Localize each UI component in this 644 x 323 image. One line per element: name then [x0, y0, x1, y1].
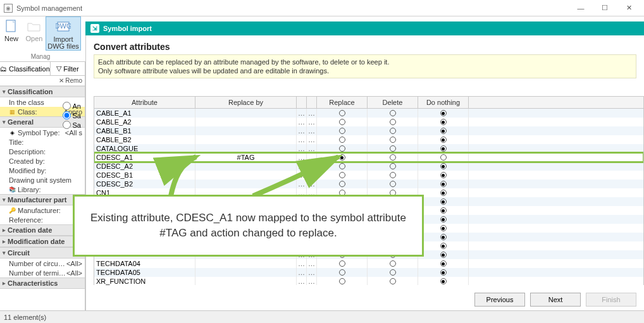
col-nothing-cell[interactable]: [418, 180, 469, 188]
num-terminals-row[interactable]: Number of terminals:<All>: [0, 268, 85, 277]
replace-by-cell[interactable]: [195, 135, 297, 144]
radio-button[interactable]: [339, 137, 345, 143]
replace-by-cell[interactable]: [195, 259, 297, 268]
header-attribute[interactable]: Attribute: [94, 97, 195, 108]
radio-an[interactable]: An: [63, 101, 81, 111]
col-delete-cell[interactable]: [368, 277, 418, 285]
reference-row[interactable]: Reference:: [0, 215, 85, 224]
maximize-button[interactable]: ☐: [593, 2, 616, 15]
radio-button[interactable]: [440, 234, 447, 240]
col-nothing-cell[interactable]: [418, 277, 469, 285]
radio-button[interactable]: [390, 128, 396, 134]
table-row[interactable]: TECHDATA04……: [94, 259, 643, 268]
replace-by-cell[interactable]: [195, 268, 297, 277]
panel-classification[interactable]: ▾Classification: [0, 86, 85, 97]
picker-button[interactable]: …: [307, 118, 317, 126]
radio-button[interactable]: [390, 137, 396, 143]
next-button[interactable]: Next: [530, 293, 581, 307]
radio-button[interactable]: [440, 154, 447, 161]
radio-button[interactable]: [440, 110, 447, 116]
panel-modification-date[interactable]: ▸Modification date: [0, 236, 85, 247]
col-replace-cell[interactable]: [317, 135, 368, 144]
radio-button[interactable]: [339, 260, 345, 267]
radio-button[interactable]: [390, 110, 396, 116]
panel-creation-date[interactable]: ▸Creation date: [0, 224, 85, 236]
table-row[interactable]: TECHDATA05……: [94, 268, 643, 277]
col-delete-cell[interactable]: [368, 135, 418, 144]
radio-button[interactable]: [440, 137, 447, 143]
col-nothing-cell[interactable]: [418, 206, 469, 215]
header-replace[interactable]: Replace: [317, 97, 368, 108]
radio-button[interactable]: [339, 145, 345, 152]
col-nothing-cell[interactable]: [418, 188, 469, 197]
col-replace-cell[interactable]: [317, 277, 368, 285]
radio-button[interactable]: [440, 172, 447, 178]
col-delete-cell[interactable]: [368, 109, 418, 118]
radio-button[interactable]: [339, 128, 345, 134]
radio-button[interactable]: [390, 181, 396, 187]
minimize-button[interactable]: —: [569, 2, 592, 15]
col-replace-cell[interactable]: [317, 109, 368, 118]
col-nothing-cell[interactable]: [418, 153, 469, 162]
col-nothing-cell[interactable]: [418, 215, 469, 224]
header-replace-by[interactable]: Replace by: [195, 97, 297, 108]
finish-button[interactable]: Finish: [586, 293, 636, 307]
table-row[interactable]: XR_FUNCTION……: [94, 277, 643, 285]
title-row[interactable]: Title:: [0, 137, 85, 147]
radio-button[interactable]: [390, 145, 396, 152]
description-row[interactable]: Description:: [0, 147, 85, 156]
col-nothing-cell[interactable]: [418, 268, 469, 277]
col-replace-cell[interactable]: [317, 126, 368, 135]
radio-button[interactable]: [440, 207, 447, 214]
radio-button[interactable]: [440, 243, 447, 249]
radio-button[interactable]: [440, 216, 447, 222]
num-circuits-row[interactable]: Number of circuits:<All>: [0, 259, 85, 268]
col-delete-cell[interactable]: [368, 268, 418, 277]
close-button[interactable]: ✕: [617, 2, 640, 15]
new-button[interactable]: New: [0, 16, 23, 51]
picker-button[interactable]: …: [297, 135, 307, 144]
col-delete-cell[interactable]: [368, 153, 418, 162]
col-nothing-cell[interactable]: [418, 197, 469, 206]
col-nothing-cell[interactable]: [418, 171, 469, 180]
library-row[interactable]: 📚Library:: [0, 185, 85, 194]
table-row[interactable]: CABLE_B2……: [94, 135, 643, 144]
col-delete-cell[interactable]: [368, 126, 418, 135]
replace-by-cell[interactable]: [195, 109, 297, 118]
panel-manufacturer[interactable]: ▾Manufacturer part: [0, 194, 85, 205]
radio-button[interactable]: [440, 163, 447, 169]
table-row[interactable]: CABLE_B1……: [94, 126, 643, 135]
header-do-nothing[interactable]: Do nothing: [418, 97, 469, 108]
replace-by-cell[interactable]: [195, 126, 297, 135]
created-by-row[interactable]: Created by:: [0, 156, 85, 166]
col-delete-cell[interactable]: [368, 144, 418, 153]
radio-button[interactable]: [390, 278, 396, 284]
col-nothing-cell[interactable]: [418, 144, 469, 153]
col-replace-cell[interactable]: [317, 259, 368, 268]
radio-button[interactable]: [390, 163, 396, 169]
picker-button[interactable]: …: [297, 259, 307, 268]
radio-button[interactable]: [440, 198, 447, 205]
radio-button[interactable]: [440, 190, 447, 196]
panel-circuit[interactable]: ▾Circuit: [0, 247, 85, 259]
col-nothing-cell[interactable]: [418, 259, 469, 268]
table-row[interactable]: CABLE_A2……: [94, 118, 643, 126]
col-nothing-cell[interactable]: [418, 109, 469, 118]
col-nothing-cell[interactable]: [418, 241, 469, 250]
radio-button[interactable]: [440, 225, 447, 231]
manufacturer-row[interactable]: 🔑Manufacturer:: [0, 205, 85, 215]
radio-button[interactable]: [390, 172, 396, 178]
picker-button[interactable]: …: [307, 259, 317, 268]
radio-button[interactable]: [440, 128, 447, 134]
radio-button[interactable]: [390, 154, 396, 161]
replace-by-cell[interactable]: [195, 277, 297, 285]
radio-button[interactable]: [440, 269, 447, 276]
col-replace-cell[interactable]: [317, 118, 368, 126]
import-dwg-button[interactable]: DWG Import DWG files: [46, 16, 81, 51]
picker-button[interactable]: …: [297, 268, 307, 277]
col-replace-cell[interactable]: [317, 268, 368, 277]
radio-button[interactable]: [390, 260, 396, 267]
col-delete-cell[interactable]: [368, 171, 418, 180]
drawing-unit-row[interactable]: Drawing unit system: [0, 175, 85, 185]
col-nothing-cell[interactable]: [418, 233, 469, 241]
